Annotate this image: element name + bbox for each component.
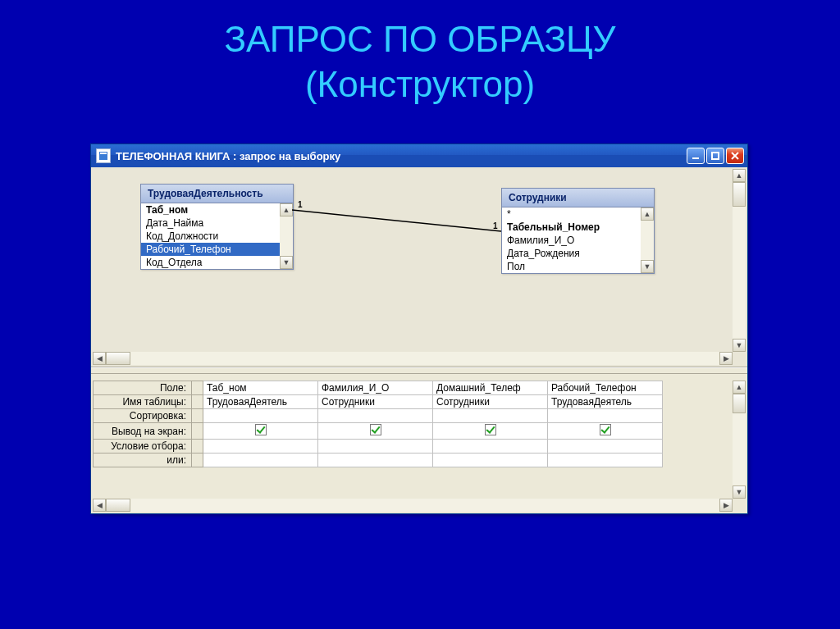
scroll-thumb[interactable] (733, 394, 746, 413)
scroll-track[interactable] (733, 207, 746, 339)
pane-vscroll[interactable]: ▲ ▼ (733, 169, 746, 352)
checkbox-icon[interactable] (370, 424, 381, 435)
pane-splitter[interactable] (91, 367, 747, 374)
grid-vscroll[interactable]: ▲ ▼ (733, 381, 746, 499)
scroll-thumb[interactable] (733, 182, 746, 207)
window-title: ТЕЛЕФОННАЯ КНИГА : запрос на выборку (116, 150, 687, 162)
grid-cell[interactable] (203, 409, 318, 423)
list-item[interactable]: Код_Должности (141, 230, 280, 243)
scroll-right-icon[interactable]: ▶ (719, 499, 733, 512)
relationship-line[interactable] (292, 207, 501, 239)
grid-cell[interactable] (433, 440, 548, 454)
scroll-up-icon[interactable]: ▲ (280, 203, 293, 217)
relationship-label-right: 1 (493, 221, 498, 230)
titlebar[interactable]: ТЕЛЕФОННАЯ КНИГА : запрос на выборку (91, 144, 747, 167)
grid-cell[interactable]: Домашний_Телеф (433, 381, 548, 395)
grid-cell[interactable] (318, 454, 433, 467)
grid-cell-checkbox[interactable] (318, 423, 433, 440)
row-label: Имя таблицы: (94, 395, 192, 409)
window-controls (687, 148, 747, 164)
grid-cell-checkbox[interactable] (433, 423, 548, 440)
scroll-right-icon[interactable]: ▶ (719, 352, 733, 365)
list-item[interactable]: * (502, 207, 641, 221)
field-list-left[interactable]: Таб_ном Дата_Найма Код_Должности Рабочий… (141, 203, 280, 269)
column-selector[interactable] (192, 409, 203, 423)
field-list-scrollbar[interactable]: ▲ ▼ (641, 207, 654, 273)
table-header-left[interactable]: ТрудоваяДеятельность (141, 185, 293, 203)
grid-cell[interactable] (433, 409, 548, 423)
checkbox-icon[interactable] (255, 424, 267, 435)
grid-cell[interactable] (203, 440, 318, 454)
grid-cell[interactable] (203, 454, 318, 467)
grid-cell-checkbox[interactable] (203, 423, 318, 440)
list-item[interactable]: Пол (502, 260, 641, 273)
column-selector[interactable] (192, 440, 203, 454)
maximize-button[interactable] (706, 148, 724, 164)
scroll-track[interactable] (733, 413, 746, 485)
scroll-down-icon[interactable]: ▼ (641, 260, 654, 273)
field-list-right[interactable]: * Табельный_Номер Фамилия_И_О Дата_Рожде… (502, 207, 641, 273)
scroll-down-icon[interactable]: ▼ (733, 485, 746, 499)
grid-cell[interactable] (318, 440, 433, 454)
scroll-down-icon[interactable]: ▼ (733, 339, 746, 352)
design-grid[interactable]: Поле: Таб_ном Фамилия_И_О Домашний_Телеф… (93, 381, 663, 467)
table-header-right[interactable]: Сотрудники (502, 189, 654, 207)
close-button[interactable] (726, 148, 744, 164)
list-item[interactable]: Таб_ном (141, 203, 280, 217)
table-box-right[interactable]: Сотрудники * Табельный_Номер Фамилия_И_О… (501, 188, 655, 274)
grid-row-field: Поле: Таб_ном Фамилия_И_О Домашний_Телеф… (94, 381, 663, 395)
list-item[interactable]: Код_Отдела (141, 256, 280, 269)
column-selector[interactable] (192, 381, 203, 395)
grid-cell[interactable]: Рабочий_Телефон (548, 381, 663, 395)
grid-cell[interactable] (318, 409, 433, 423)
checkbox-icon[interactable] (485, 424, 496, 435)
list-item-selected[interactable]: Рабочий_Телефон (141, 243, 280, 256)
list-item[interactable]: Фамилия_И_О (502, 234, 641, 247)
scroll-left-icon[interactable]: ◀ (93, 499, 106, 512)
list-item[interactable]: Дата_Рождения (502, 247, 641, 260)
column-selector[interactable] (192, 423, 203, 440)
scroll-up-icon[interactable]: ▲ (733, 169, 746, 182)
list-item[interactable]: Табельный_Номер (502, 221, 641, 234)
minimize-button[interactable] (687, 148, 705, 164)
scroll-thumb[interactable] (106, 499, 130, 512)
grid-cell[interactable] (548, 454, 663, 467)
checkbox-icon[interactable] (600, 424, 611, 435)
scroll-track[interactable] (130, 352, 719, 365)
field-list-scrollbar[interactable]: ▲ ▼ (280, 203, 293, 269)
scroll-up-icon[interactable]: ▲ (641, 207, 654, 221)
column-selector[interactable] (192, 454, 203, 467)
table-box-left[interactable]: ТрудоваяДеятельность Таб_ном Дата_Найма … (140, 184, 294, 270)
svg-line-4 (292, 210, 501, 231)
scroll-left-icon[interactable]: ◀ (93, 352, 106, 365)
grid-cell[interactable]: ТрудоваяДеятель (203, 395, 318, 409)
scroll-track[interactable] (130, 499, 719, 512)
grid-cell[interactable] (433, 454, 548, 467)
grid-cell[interactable] (548, 440, 663, 454)
svg-rect-1 (100, 153, 107, 154)
scroll-track[interactable] (641, 221, 654, 260)
scroll-track[interactable] (280, 217, 293, 256)
svg-rect-3 (712, 153, 719, 159)
window-icon (96, 148, 111, 163)
row-label: Поле: (94, 381, 192, 395)
grid-cell[interactable]: ТрудоваяДеятель (548, 395, 663, 409)
column-selector[interactable] (192, 395, 203, 409)
grid-cell[interactable]: Таб_ном (203, 381, 318, 395)
row-label: Сортировка: (94, 409, 192, 423)
query-design-window: ТЕЛЕФОННАЯ КНИГА : запрос на выборку Тру… (90, 144, 748, 514)
grid-cell-checkbox[interactable] (548, 423, 663, 440)
scroll-down-icon[interactable]: ▼ (280, 256, 293, 269)
list-item[interactable]: Дата_Найма (141, 217, 280, 230)
scroll-thumb[interactable] (106, 352, 130, 365)
grid-cell[interactable]: Сотрудники (318, 395, 433, 409)
grid-hscroll[interactable]: ◀ ▶ (93, 499, 733, 512)
grid-cell[interactable]: Сотрудники (433, 395, 548, 409)
pane-hscroll[interactable]: ◀ ▶ (93, 352, 733, 365)
relationship-pane[interactable]: ТрудоваяДеятельность Таб_ном Дата_Найма … (91, 167, 747, 367)
scroll-up-icon[interactable]: ▲ (733, 381, 746, 394)
grid-cell[interactable] (548, 409, 663, 423)
grid-row-sort: Сортировка: (94, 409, 663, 423)
grid-cell[interactable]: Фамилия_И_О (318, 381, 433, 395)
grid-row-show: Вывод на экран: (94, 423, 663, 440)
